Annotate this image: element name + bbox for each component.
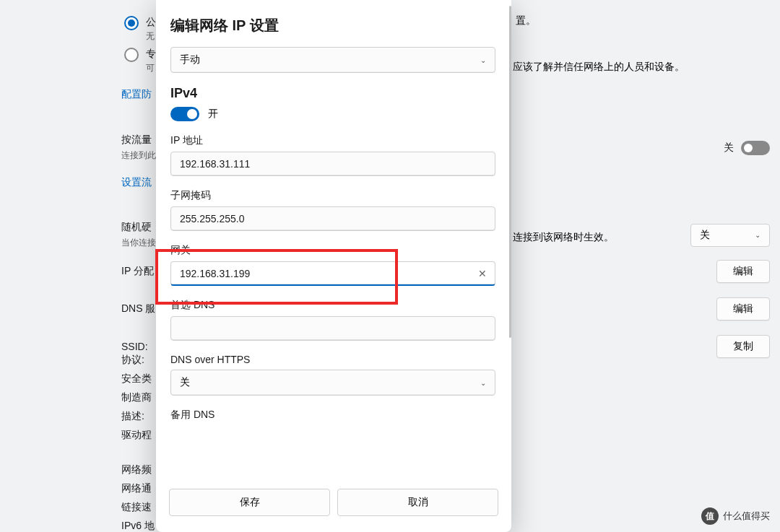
band-label: 网络频 bbox=[121, 463, 152, 476]
radio-public-label: 公 bbox=[146, 16, 156, 29]
watermark-text: 什么值得买 bbox=[723, 510, 770, 523]
gateway-label: 网关 bbox=[170, 244, 488, 257]
protocol-label: 协议: bbox=[121, 354, 144, 367]
random-hw-select-value: 关 bbox=[700, 229, 710, 242]
driver-label: 驱动程 bbox=[121, 429, 152, 442]
metered-toggle-label: 关 bbox=[724, 141, 734, 154]
subnet-mask-input[interactable] bbox=[170, 206, 495, 231]
dns-assign-edit-button[interactable]: 编辑 bbox=[716, 297, 770, 320]
dns1-input[interactable] bbox=[170, 316, 495, 341]
ipv4-header: IPv4 bbox=[170, 86, 488, 101]
chevron-down-icon: ⌄ bbox=[480, 379, 486, 387]
ipv4-toggle-label: 开 bbox=[208, 108, 218, 121]
network-profile-public-row: 公 无 bbox=[124, 16, 156, 43]
network-profile-private-row: 专 可 bbox=[124, 48, 156, 74]
dns2-label: 备用 DNS bbox=[170, 409, 488, 422]
ip-address-label: IP 地址 bbox=[170, 134, 488, 147]
gateway-input[interactable] bbox=[170, 261, 495, 286]
dialog-title: 编辑网络 IP 设置 bbox=[170, 16, 488, 35]
ssid-copy-button[interactable]: 复制 bbox=[716, 335, 770, 358]
channel-label: 网络通 bbox=[121, 482, 152, 495]
ipv6-label: IPv6 地 bbox=[121, 520, 155, 532]
configure-firewall-link[interactable]: 配置防 bbox=[121, 88, 152, 101]
manufacturer-label: 制造商 bbox=[121, 391, 152, 404]
private-hint-trail: 置。 bbox=[516, 14, 536, 27]
chevron-down-icon: ⌄ bbox=[755, 231, 760, 239]
ip-assign-edit-button[interactable]: 编辑 bbox=[716, 260, 770, 283]
watermark: 值 什么值得买 bbox=[701, 507, 770, 525]
random-hw-hint: 连接到该网络时生效。 bbox=[513, 231, 614, 244]
metered-toggle[interactable] bbox=[741, 141, 770, 155]
random-hw-select[interactable]: 关 ⌄ bbox=[690, 224, 770, 247]
clear-input-icon[interactable]: ✕ bbox=[475, 265, 490, 282]
cancel-button[interactable]: 取消 bbox=[337, 489, 498, 516]
doh-label: DNS over HTTPS bbox=[170, 354, 488, 365]
metered-sub: 连接到此 bbox=[121, 149, 156, 162]
watermark-badge: 值 bbox=[701, 507, 719, 525]
ipv4-toggle[interactable] bbox=[170, 107, 199, 121]
radio-private[interactable] bbox=[124, 48, 139, 62]
doh-select-value: 关 bbox=[180, 376, 190, 389]
ip-assign-label: IP 分配 bbox=[121, 265, 154, 278]
ip-mode-select-value: 手动 bbox=[180, 53, 200, 66]
radio-private-sub: 可 bbox=[146, 62, 156, 74]
doh-select[interactable]: 关 ⌄ bbox=[170, 370, 495, 396]
description-label: 描述: bbox=[121, 410, 144, 423]
radio-public[interactable] bbox=[124, 16, 139, 30]
subnet-mask-label: 子网掩码 bbox=[170, 189, 488, 202]
ssid-label: SSID: bbox=[121, 341, 148, 352]
ip-mode-select[interactable]: 手动 ⌄ bbox=[170, 47, 495, 73]
dialog-scrollbar[interactable] bbox=[509, 6, 511, 338]
link-speed-label: 链接速 bbox=[121, 501, 152, 514]
security-label: 安全类 bbox=[121, 372, 152, 385]
metered-label: 按流量 bbox=[121, 134, 156, 147]
radio-private-label: 专 bbox=[146, 48, 156, 61]
radio-public-sub: 无 bbox=[146, 30, 156, 43]
chevron-down-icon: ⌄ bbox=[480, 56, 486, 64]
random-hw-label: 随机硬 bbox=[121, 221, 156, 234]
edit-ip-settings-dialog: 编辑网络 IP 设置 手动 ⌄ IPv4 开 IP 地址 子网掩码 网关 ✕ bbox=[156, 0, 511, 532]
set-data-limit-link[interactable]: 设置流 bbox=[121, 176, 152, 189]
dns-assign-label: DNS 服 bbox=[121, 302, 155, 315]
dialog-footer: 保存 取消 bbox=[156, 476, 511, 532]
random-hw-sub: 当你连接 bbox=[121, 237, 156, 249]
dns1-label: 首选 DNS bbox=[170, 299, 488, 312]
save-button[interactable]: 保存 bbox=[169, 489, 330, 516]
ip-address-input[interactable] bbox=[170, 152, 495, 176]
private-hint: 应该了解并信任网络上的人员和设备。 bbox=[513, 61, 685, 74]
